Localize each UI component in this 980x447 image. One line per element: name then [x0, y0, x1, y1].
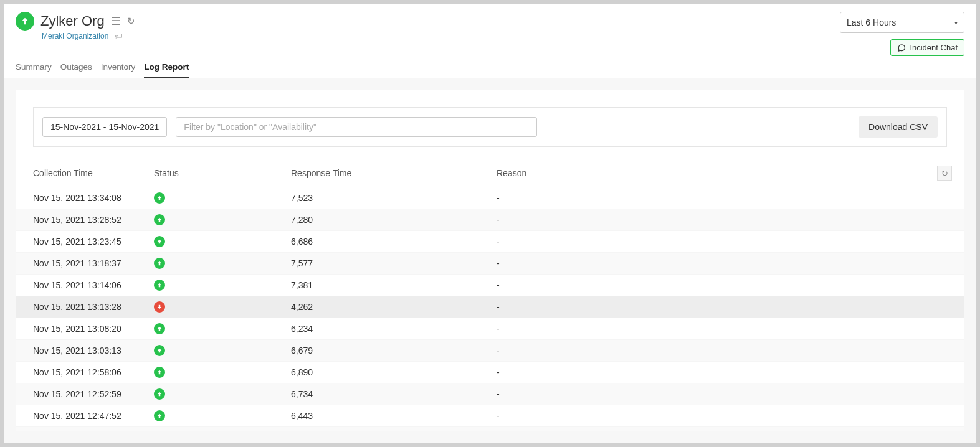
status-down-icon: [154, 301, 165, 313]
cell-collection-time: Nov 15, 2021 12:47:52: [16, 405, 146, 427]
page-title: Zylker Org: [40, 13, 105, 29]
status-up-icon: [154, 236, 165, 247]
cell-reason: -: [489, 405, 930, 427]
cell-status: [146, 231, 283, 253]
cell-collection-time: Nov 15, 2021 13:13:28: [16, 296, 146, 318]
cell-spacer: [930, 296, 964, 318]
table-row[interactable]: Nov 15, 2021 12:47:526,443-: [16, 405, 964, 427]
table-row[interactable]: Nov 15, 2021 12:42:449,136-: [16, 427, 964, 432]
cell-status: [146, 383, 283, 405]
incident-chat-button[interactable]: Incident Chat: [890, 39, 964, 56]
cell-reason: -: [489, 296, 930, 318]
cell-reason: -: [489, 318, 930, 340]
cell-response-time: 7,577: [283, 253, 489, 275]
caret-down-icon: ▾: [954, 19, 958, 26]
cell-spacer: [930, 187, 964, 209]
status-up-icon: [154, 410, 165, 421]
org-status-up-icon: [16, 12, 34, 31]
cell-reason: -: [489, 275, 930, 296]
cell-collection-time: Nov 15, 2021 12:52:59: [16, 383, 146, 405]
tab-inventory[interactable]: Inventory: [101, 62, 136, 78]
cell-status: [146, 405, 283, 427]
column-header-response-time[interactable]: Response Time: [283, 159, 489, 187]
cell-response-time: 6,890: [283, 362, 489, 383]
table-row[interactable]: Nov 15, 2021 13:23:456,686-: [16, 231, 964, 253]
cell-response-time: 6,686: [283, 231, 489, 253]
cell-reason: -: [489, 362, 930, 383]
cell-spacer: [930, 427, 964, 432]
cell-response-time: 6,734: [283, 383, 489, 405]
table-row[interactable]: Nov 15, 2021 13:28:527,280-: [16, 209, 964, 231]
cell-spacer: [930, 253, 964, 275]
table-row[interactable]: Nov 15, 2021 13:34:087,523-: [16, 187, 964, 209]
cell-spacer: [930, 383, 964, 405]
incident-chat-label: Incident Chat: [910, 43, 958, 52]
cell-reason: -: [489, 383, 930, 405]
cell-status: [146, 253, 283, 275]
cell-status: [146, 340, 283, 362]
cell-response-time: 7,280: [283, 209, 489, 231]
filter-input[interactable]: [176, 117, 537, 137]
tab-bar: SummaryOutagesInventoryLog Report: [4, 56, 976, 78]
refresh-icon[interactable]: ↻: [127, 16, 135, 27]
table-row[interactable]: Nov 15, 2021 13:13:284,262-: [16, 296, 964, 318]
cell-spacer: [930, 275, 964, 296]
tab-summary[interactable]: Summary: [16, 62, 52, 78]
status-up-icon: [154, 367, 165, 378]
cell-spacer: [930, 231, 964, 253]
time-range-select[interactable]: Last 6 Hours ▾: [840, 12, 964, 33]
column-header-status[interactable]: Status: [146, 159, 283, 187]
cell-reason: -: [489, 187, 930, 209]
cell-response-time: 6,443: [283, 405, 489, 427]
status-up-icon: [154, 258, 165, 269]
table-row[interactable]: Nov 15, 2021 13:08:206,234-: [16, 318, 964, 340]
cell-reason: -: [489, 209, 930, 231]
status-up-icon: [154, 388, 165, 400]
table-row[interactable]: Nov 15, 2021 12:58:066,890-: [16, 362, 964, 383]
date-range-picker[interactable]: 15-Nov-2021 - 15-Nov-2021: [42, 117, 167, 137]
cell-collection-time: Nov 15, 2021 12:42:44: [16, 427, 146, 432]
cell-spacer: [930, 362, 964, 383]
cell-collection-time: Nov 15, 2021 13:28:52: [16, 209, 146, 231]
tag-icon[interactable]: 🏷: [115, 32, 122, 40]
cell-reason: -: [489, 231, 930, 253]
breadcrumb-link[interactable]: Meraki Organization: [42, 32, 108, 40]
cell-status: [146, 187, 283, 209]
cell-collection-time: Nov 15, 2021 13:08:20: [16, 318, 146, 340]
column-header-collection-time[interactable]: Collection Time: [16, 159, 146, 187]
cell-reason: -: [489, 340, 930, 362]
table-row[interactable]: Nov 15, 2021 13:18:377,577-: [16, 253, 964, 275]
download-csv-button[interactable]: Download CSV: [859, 116, 938, 138]
cell-response-time: 4,262: [283, 296, 489, 318]
cell-status: [146, 209, 283, 231]
cell-response-time: 9,136: [283, 427, 489, 432]
table-row[interactable]: Nov 15, 2021 12:52:596,734-: [16, 383, 964, 405]
column-header-reason[interactable]: Reason: [489, 159, 930, 187]
table-row[interactable]: Nov 15, 2021 13:14:067,381-: [16, 275, 964, 296]
cell-spacer: [930, 209, 964, 231]
hamburger-menu-icon[interactable]: ☰: [111, 14, 121, 28]
cell-status: [146, 318, 283, 340]
cell-collection-time: Nov 15, 2021 13:03:13: [16, 340, 146, 362]
time-range-value: Last 6 Hours: [847, 17, 896, 27]
cell-collection-time: Nov 15, 2021 13:14:06: [16, 275, 146, 296]
table-row[interactable]: Nov 15, 2021 13:03:136,679-: [16, 340, 964, 362]
cell-collection-time: Nov 15, 2021 13:34:08: [16, 187, 146, 209]
cell-collection-time: Nov 15, 2021 12:58:06: [16, 362, 146, 383]
cell-collection-time: Nov 15, 2021 13:18:37: [16, 253, 146, 275]
cell-response-time: 7,381: [283, 275, 489, 296]
tab-outages[interactable]: Outages: [60, 62, 92, 78]
cell-status: [146, 296, 283, 318]
cell-response-time: 6,679: [283, 340, 489, 362]
cell-response-time: 7,523: [283, 187, 489, 209]
tab-log-report[interactable]: Log Report: [144, 62, 189, 78]
status-up-icon: [154, 345, 165, 356]
refresh-table-button[interactable]: ↻: [937, 166, 952, 181]
cell-response-time: 6,234: [283, 318, 489, 340]
status-up-icon: [154, 280, 165, 291]
cell-collection-time: Nov 15, 2021 13:23:45: [16, 231, 146, 253]
cell-spacer: [930, 405, 964, 427]
cell-spacer: [930, 318, 964, 340]
cell-spacer: [930, 340, 964, 362]
cell-status: [146, 427, 283, 432]
